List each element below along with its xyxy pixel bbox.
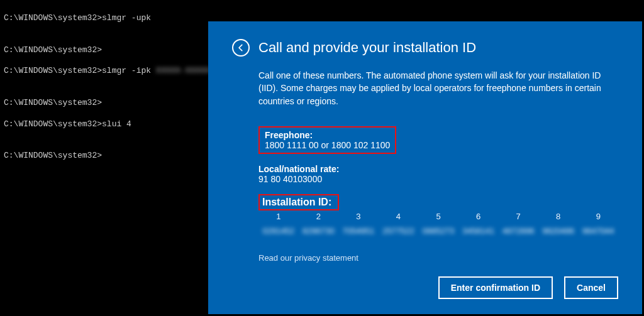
cancel-button[interactable]: Cancel — [564, 276, 618, 299]
id-col-head: 6 — [458, 212, 499, 226]
id-col-val: 0291452 — [258, 226, 299, 236]
id-col-head: 7 — [498, 212, 538, 226]
installation-id-label: Installation ID: — [262, 197, 331, 207]
id-col-val: 3458141 — [458, 226, 499, 236]
id-col-val: 2577522 — [379, 226, 419, 236]
local-rate-value: 91 80 40103000 — [258, 174, 618, 184]
installation-id-table: 10291452 28296730 37054951 42577522 5088… — [258, 212, 618, 236]
installation-id-highlight: Installation ID: — [258, 194, 339, 210]
local-rate-label: Local/national rate: — [258, 164, 618, 174]
id-col-head: 9 — [579, 212, 619, 226]
id-col-head: 1 — [258, 212, 299, 226]
freephone-label: Freephone: — [265, 130, 390, 140]
id-col-val: 8296730 — [299, 226, 339, 236]
back-button[interactable] — [232, 39, 250, 57]
arrow-left-icon — [236, 43, 245, 52]
dialog-title: Call and provide your installation ID — [258, 40, 476, 56]
id-col-val: 9620486 — [538, 226, 579, 236]
id-col-head: 5 — [418, 212, 458, 226]
id-col-val: 0885273 — [418, 226, 458, 236]
id-col-head: 2 — [299, 212, 339, 226]
id-col-val: 9647044 — [579, 226, 619, 236]
id-col-val: 4872896 — [498, 226, 538, 236]
privacy-statement-link[interactable]: Read our privacy statement — [258, 253, 618, 263]
id-col-head: 8 — [538, 212, 579, 226]
id-col-val: 7054951 — [338, 226, 379, 236]
id-col-head: 4 — [379, 212, 419, 226]
freephone-value: 1800 1111 00 or 1800 102 1100 — [265, 140, 390, 150]
id-col-head: 3 — [338, 212, 379, 226]
enter-confirmation-id-button[interactable]: Enter confirmation ID — [438, 276, 553, 299]
dialog-body-text: Call one of these numbers. The automated… — [258, 69, 618, 107]
activation-dialog: Call and provide your installation ID Ca… — [208, 21, 642, 314]
freephone-highlight: Freephone: 1800 1111 00 or 1800 102 1100 — [258, 126, 396, 154]
